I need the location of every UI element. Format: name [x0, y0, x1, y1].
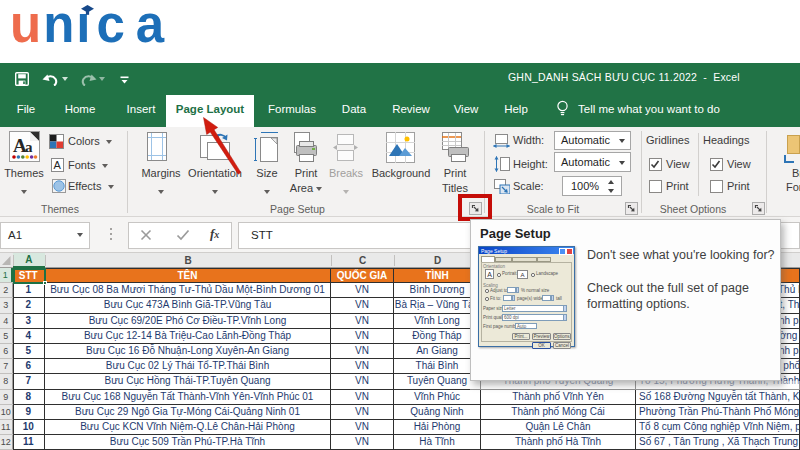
svg-text:a: a — [25, 139, 33, 155]
svg-text:A: A — [54, 159, 62, 171]
